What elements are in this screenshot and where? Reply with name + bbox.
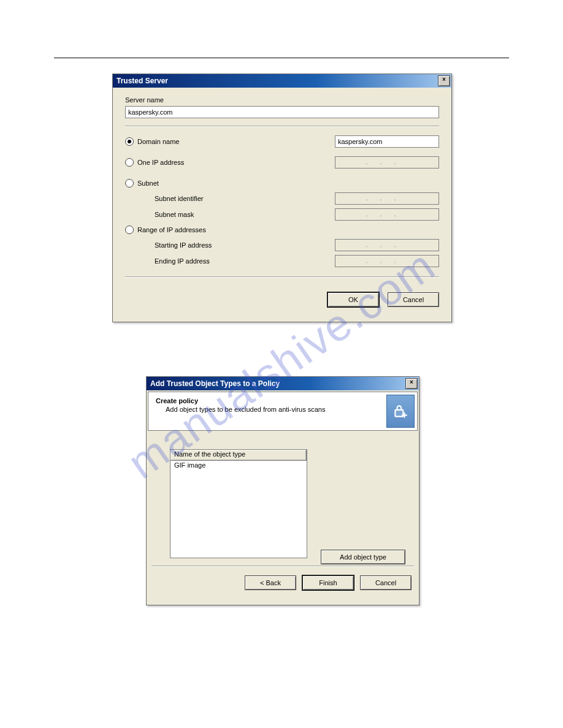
title-bar[interactable]: Trusted Server × bbox=[113, 74, 451, 88]
title-bar[interactable]: Add Trusted Object Types to a Policy × bbox=[147, 377, 419, 390]
add-trusted-object-types-dialog: Add Trusted Object Types to a Policy × C… bbox=[146, 376, 419, 605]
section-divider bbox=[125, 126, 439, 127]
back-button[interactable]: < Back bbox=[245, 575, 296, 590]
finish-button[interactable]: Finish bbox=[302, 575, 354, 590]
radio-icon bbox=[125, 226, 134, 234]
cancel-button[interactable]: Cancel bbox=[360, 575, 412, 590]
cancel-button[interactable]: Cancel bbox=[388, 292, 439, 307]
ok-button[interactable]: OK bbox=[327, 292, 379, 307]
radio-label: One IP address bbox=[137, 159, 184, 166]
subnet-identifier-input[interactable]: ... bbox=[335, 192, 439, 205]
one-ip-input[interactable]: ... bbox=[335, 156, 439, 169]
page-top-divider bbox=[54, 58, 509, 58]
radio-one-ip[interactable]: One IP address bbox=[125, 155, 310, 170]
server-name-label: Server name bbox=[125, 96, 439, 104]
radio-ip-range[interactable]: Range of IP addresses bbox=[125, 222, 439, 237]
domain-name-input[interactable] bbox=[335, 135, 439, 148]
object-type-listbox[interactable]: Name of the object type GIF image bbox=[170, 449, 307, 558]
ending-ip-input[interactable]: ... bbox=[335, 255, 439, 267]
header-subtext: Add object types to be excluded from ant… bbox=[156, 406, 377, 413]
subnet-mask-input[interactable]: ... bbox=[335, 208, 439, 221]
header-panel: Create policy Add object types to be exc… bbox=[148, 392, 418, 431]
radio-label: Range of IP addresses bbox=[137, 226, 206, 233]
close-icon[interactable]: × bbox=[438, 75, 450, 86]
dialog-title: Trusted Server bbox=[117, 77, 168, 85]
radio-label: Domain name bbox=[137, 138, 179, 145]
dialog-title: Add Trusted Object Types to a Policy bbox=[150, 379, 280, 388]
add-object-type-button[interactable]: Add object type bbox=[321, 550, 405, 564]
radio-icon bbox=[125, 137, 134, 146]
starting-ip-input[interactable]: ... bbox=[335, 239, 439, 251]
radio-subnet[interactable]: Subnet bbox=[125, 176, 439, 191]
list-item[interactable]: GIF image bbox=[170, 461, 307, 469]
lock-plus-icon bbox=[386, 395, 415, 428]
footer-divider bbox=[125, 276, 439, 278]
subnet-mask-label: Subnet mask bbox=[125, 207, 310, 222]
list-column-header[interactable]: Name of the object type bbox=[170, 450, 307, 461]
close-icon[interactable]: × bbox=[405, 378, 418, 389]
radio-icon bbox=[125, 179, 134, 188]
ending-ip-label: Ending IP address bbox=[125, 253, 310, 269]
trusted-server-dialog: Trusted Server × Server name Domain name bbox=[112, 74, 452, 322]
subnet-identifier-label: Subnet identifier bbox=[125, 191, 310, 207]
radio-icon bbox=[125, 158, 134, 167]
radio-domain-name[interactable]: Domain name bbox=[125, 134, 310, 149]
radio-label: Subnet bbox=[137, 180, 159, 187]
starting-ip-label: Starting IP address bbox=[125, 237, 310, 253]
server-name-input[interactable] bbox=[125, 106, 439, 118]
header-heading: Create policy bbox=[156, 397, 377, 404]
